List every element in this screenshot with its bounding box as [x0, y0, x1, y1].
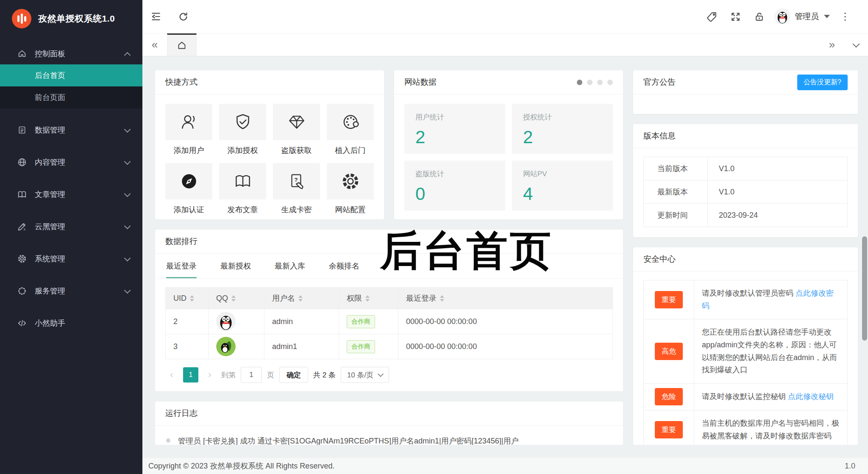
shortcuts-card: 快捷方式 添加用户 添加授权 [155, 70, 384, 219]
sidebar-item-backend-home[interactable]: 后台首页 [0, 64, 142, 86]
version-row-label: 更新时间 [644, 203, 707, 227]
fullscreen-button[interactable] [723, 0, 747, 33]
footer: Copyright © 2023 孜然单授权系统 All Rights Rese… [142, 458, 868, 474]
bullet-icon [166, 438, 170, 443]
column-header-role[interactable]: 权限 [339, 288, 398, 309]
column-header-username[interactable]: 用户名 [264, 288, 339, 309]
shortcut-add-cert[interactable]: 添加认证 [165, 163, 212, 215]
sidebar-item-control-panel[interactable]: 控制面板 [0, 43, 142, 64]
shortcut-add-license[interactable]: 添加授权 [219, 104, 266, 155]
security-text: 请及时修改默认管理员密码 [702, 289, 796, 297]
shortcut-label: 植入后门 [327, 145, 374, 155]
announcement-refresh-button[interactable]: 公告没更新? [797, 75, 848, 90]
page-watermark: 后台首页 [380, 226, 553, 275]
security-row: 重要 当前主机的数据库用户名与密码相同，极易被黑客破解，请及时修改数据库密码 [644, 410, 847, 445]
severity-badge: 重要 [655, 291, 683, 308]
collapse-menu-icon [150, 11, 161, 22]
sort-icon [231, 295, 236, 302]
tag-button[interactable] [700, 0, 723, 33]
tabs-scroll-right-button[interactable]: » [820, 33, 844, 56]
sidebar-item-label: 云黑管理 [35, 222, 125, 232]
tab-latest-entry[interactable]: 最新入库 [275, 254, 305, 278]
shortcut-publish-article[interactable]: 发布文章 [219, 163, 266, 215]
sidebar-item-frontend-page[interactable]: 前台页面 [0, 86, 142, 108]
sidebar-item-data-mgmt[interactable]: 数据管理 [0, 119, 142, 141]
security-row: 危险 请及时修改默认监控秘钥 点此修改秘钥 [644, 383, 847, 410]
stat-value: 0 [415, 184, 494, 204]
topbar-right: 管理员 ⋮ [700, 0, 868, 33]
stats-grid: 用户统计 2 授权统计 2 盗版统计 0 [394, 94, 623, 220]
app-logo: 孜然单授权系统1.0 [0, 0, 142, 37]
carousel-dot[interactable] [587, 80, 593, 85]
card-title: 安全中心 [633, 247, 858, 272]
palette-icon [341, 112, 360, 132]
carousel-dot[interactable] [607, 80, 613, 85]
carousel-dot[interactable] [577, 80, 582, 85]
stat-pv: 网站PV 4 [512, 161, 613, 211]
sidebar-item-article-mgmt[interactable]: 文章管理 [0, 184, 142, 205]
shortcut-label: 添加用户 [165, 145, 212, 155]
severity-badge: 高危 [655, 343, 683, 360]
sidebar-item-blacklist-mgmt[interactable]: A 云黑管理 [0, 216, 142, 237]
column-header-uid[interactable]: UID [166, 288, 208, 309]
sidebar-item-assistant[interactable]: 小然助手 [0, 313, 142, 334]
sidebar-item-system-mgmt[interactable]: 系统管理 [0, 248, 142, 269]
confirm-button[interactable]: 确定 [279, 367, 308, 383]
tab-latest-license[interactable]: 最新授权 [220, 254, 251, 278]
site-stats-card: 网站数据 用户统计 2 授权统计 2 [394, 70, 623, 219]
stat-value: 2 [415, 127, 494, 147]
tab-home[interactable] [167, 33, 197, 56]
sort-icon [365, 295, 370, 302]
cell-username: admin1 [264, 334, 339, 359]
page-size-select[interactable]: 10 条/页 [341, 367, 389, 383]
page-1-button[interactable]: 1 [183, 367, 198, 383]
goto-prefix: 到第 [221, 370, 236, 380]
role-badge: 合作商 [347, 340, 375, 353]
chevron-down-icon [124, 222, 131, 229]
tabs-menu-button[interactable] [844, 33, 868, 56]
shortcut-site-config[interactable]: 网站配置 [327, 163, 374, 215]
code-icon [17, 319, 27, 328]
security-table: 重要 请及时修改默认管理员密码 点此修改密码 高危 您正在使用后台默认路径请您手… [643, 280, 848, 445]
cell-qq-avatar [208, 334, 264, 359]
column-header-last-login[interactable]: 最近登录 [398, 288, 612, 309]
shortcut-generate-card[interactable]: ? 生成卡密 [273, 163, 320, 215]
tab-recent-login[interactable]: 最近登录 [166, 254, 197, 278]
scrollbar[interactable] [862, 236, 867, 341]
stat-users: 用户统计 2 [404, 104, 505, 154]
prev-page-button[interactable]: ‹ [165, 369, 178, 380]
page-size-value: 10 条/页 [347, 370, 373, 380]
next-page-button[interactable]: › [203, 369, 216, 380]
tab-balance-rank[interactable]: 余额排名 [329, 254, 359, 278]
avatar [216, 312, 236, 331]
shortcut-plant-backdoor[interactable]: 植入后门 [327, 104, 374, 155]
app-title: 孜然单授权系统1.0 [38, 13, 115, 25]
card-title: 版本信息 [633, 124, 858, 148]
lock-button[interactable] [747, 0, 771, 33]
carousel-dot[interactable] [597, 80, 603, 85]
more-menu-button[interactable]: ⋮ [833, 0, 857, 33]
security-text: 请及时修改默认监控秘钥 [702, 392, 788, 401]
tabs-scroll-left-button[interactable]: « [142, 33, 167, 56]
chevron-down-icon [124, 158, 131, 165]
collapse-menu-button[interactable] [142, 0, 170, 33]
shortcut-add-user[interactable]: 添加用户 [165, 104, 212, 155]
sidebar-item-service-mgmt[interactable]: 服务管理 [0, 280, 142, 302]
change-secret-link[interactable]: 点此修改秘钥 [788, 392, 834, 401]
user-menu[interactable]: 管理员 [774, 8, 830, 25]
stat-value: 4 [523, 184, 602, 204]
cell-uid: 2 [166, 309, 208, 334]
carousel-dots [577, 80, 613, 85]
sidebar-item-label: 文章管理 [35, 189, 125, 200]
stat-piracy: 盗版统计 0 [404, 161, 505, 211]
side-column: 官方公告 公告没更新? 版本信息 当前版本 V1.0 最新版本 V1.0 更新时… [633, 70, 858, 445]
goto-page-input[interactable]: 1 [241, 367, 262, 383]
ranking-table: UID QQ 用户名 权限 最近登录 2 admin 合作商 [165, 287, 613, 359]
chevron-down-icon [124, 126, 131, 133]
sort-icon [440, 295, 444, 302]
column-header-qq[interactable]: QQ [208, 288, 264, 309]
refresh-button[interactable] [170, 0, 197, 33]
shortcut-piracy-fetch[interactable]: 盗版获取 [273, 104, 320, 155]
logs-card: 运行日志 管理员 [卡密兑换] 成功 通过卡密[S1OGAgrNAm19RCEo… [155, 402, 623, 445]
sidebar-item-content-mgmt[interactable]: 内容管理 [0, 152, 142, 173]
